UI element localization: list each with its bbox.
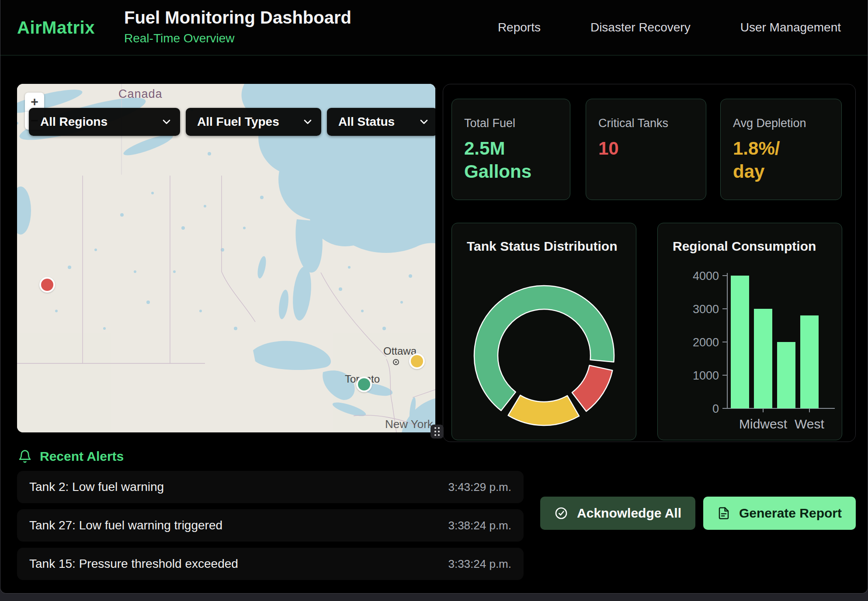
stat-label: Total Fuel [464, 117, 558, 130]
recent-alerts-title: Recent Alerts [40, 449, 124, 464]
stat-value: 10 [598, 137, 694, 160]
resize-grip-icon[interactable] [431, 425, 444, 439]
dashboard-window: AirMatrix Fuel Monitoring Dashboard Real… [0, 0, 868, 594]
alert-timestamp: 3:43:29 p.m. [448, 480, 511, 494]
page-title-block: Fuel Monitoring Dashboard Real-Time Over… [124, 8, 351, 45]
regional-consumption-chart: 40003000200010000MidwestWest [658, 223, 843, 441]
brand-logo: AirMatrix [17, 18, 95, 38]
map-country-label: Canada [118, 87, 163, 101]
alert-message: Tank 27: Low fuel warning triggered [29, 518, 222, 532]
page-subtitle: Real-Time Overview [124, 31, 351, 45]
stat-label: Critical Tanks [598, 117, 694, 130]
nav-item-disaster-recovery[interactable]: Disaster Recovery [590, 21, 691, 35]
acknowledge-all-label: Acknowledge All [577, 506, 681, 521]
fuel-type-filter-value: All Fuel Types [197, 115, 279, 129]
stat-card-avg-depletion: Avg Depletion 1.8%/ day [720, 99, 842, 200]
stat-value: 2.5M Gallons [464, 137, 558, 183]
fuel-type-filter-dropdown[interactable]: All Fuel Types [186, 108, 321, 136]
map-filter-bar: All Regions All Fuel Types All Status [29, 108, 435, 136]
tank-marker-warning[interactable] [409, 353, 425, 369]
svg-text:0: 0 [712, 402, 719, 415]
map-city-label-new-york: New York [385, 418, 433, 431]
alert-timestamp: 3:33:24 p.m. [448, 557, 511, 571]
alert-message: Tank 2: Low fuel warning [29, 480, 164, 494]
region-filter-value: All Regions [40, 115, 108, 129]
stat-card-total-fuel: Total Fuel 2.5M Gallons [451, 99, 570, 200]
stat-value: 1.8%/ day [733, 137, 829, 183]
recent-alerts-heading: Recent Alerts [18, 449, 124, 464]
report-document-icon [717, 507, 730, 520]
svg-text:Midwest: Midwest [739, 417, 788, 431]
status-filter-dropdown[interactable]: All Status [327, 108, 435, 136]
svg-text:2000: 2000 [693, 336, 719, 349]
tank-status-donut [471, 283, 617, 428]
svg-text:1000: 1000 [693, 369, 719, 382]
alert-row: Tank 2: Low fuel warning 3:43:29 p.m. [17, 471, 524, 503]
fuel-map[interactable]: Canada Ottawa Toronto New York + − All R… [17, 84, 435, 432]
svg-text:West: West [795, 417, 824, 431]
region-filter-dropdown[interactable]: All Regions [29, 108, 180, 136]
page-title: Fuel Monitoring Dashboard [124, 8, 351, 28]
check-circle-icon [554, 506, 568, 520]
alert-timestamp: 3:38:24 p.m. [448, 519, 511, 532]
panel-title: Tank Status Distribution [467, 239, 617, 254]
nav-item-user-management[interactable]: User Management [740, 21, 841, 35]
generate-report-label: Generate Report [739, 506, 842, 521]
stat-label: Avg Depletion [733, 117, 829, 130]
chevron-down-icon [419, 119, 429, 125]
status-filter-value: All Status [338, 115, 395, 129]
alert-message: Tank 15: Pressure threshold exceeded [29, 557, 238, 571]
top-bar: AirMatrix Fuel Monitoring Dashboard Real… [0, 0, 868, 55]
tank-status-panel: Tank Status Distribution [451, 223, 636, 440]
regional-consumption-panel: Regional Consumption 40003000200010000Mi… [657, 223, 842, 440]
alert-row: Tank 27: Low fuel warning triggered 3:38… [17, 509, 524, 542]
chevron-down-icon [162, 119, 171, 125]
nav-item-reports[interactable]: Reports [498, 21, 541, 35]
generate-report-button[interactable]: Generate Report [703, 497, 856, 530]
chevron-down-icon [303, 119, 312, 125]
tank-marker-critical[interactable] [39, 277, 55, 293]
stat-card-critical-tanks: Critical Tanks 10 [586, 99, 706, 200]
tank-marker-normal[interactable] [356, 376, 372, 392]
svg-text:3000: 3000 [693, 303, 719, 316]
main-nav: Reports Disaster Recovery User Managemen… [498, 0, 841, 55]
svg-text:4000: 4000 [693, 269, 719, 283]
alert-row: Tank 15: Pressure threshold exceeded 3:3… [17, 548, 524, 580]
acknowledge-all-button[interactable]: Acknowledge All [540, 497, 695, 530]
ottawa-city-icon [393, 359, 399, 365]
bell-icon [18, 449, 32, 463]
